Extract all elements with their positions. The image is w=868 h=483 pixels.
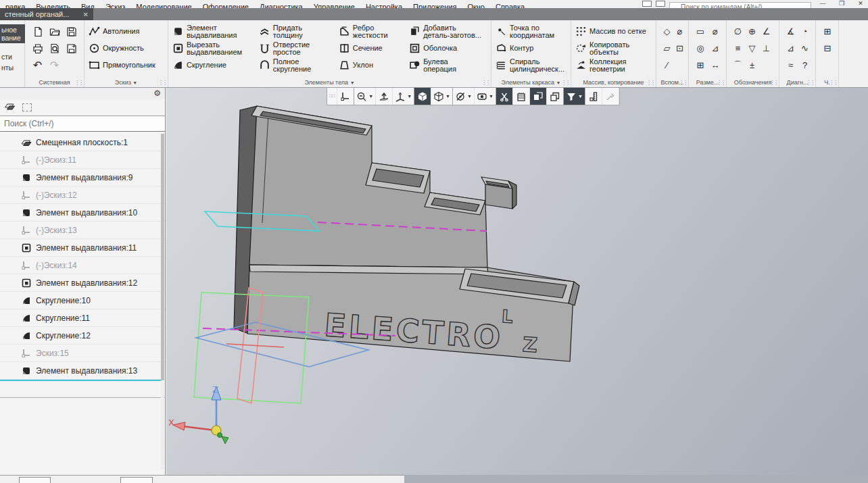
tool-icon[interactable]: ∅ <box>734 27 742 36</box>
tool-icon[interactable]: ∿ <box>801 44 809 53</box>
workspace-tab-active[interactable]: ьное вание <box>0 24 25 43</box>
tree-item-extrude[interactable]: Элемент выдавливания:10 <box>0 204 165 222</box>
new-document-button[interactable] <box>30 24 45 39</box>
tool-icon[interactable]: ▽ <box>749 44 756 53</box>
chevron-down-icon[interactable]: ▼ <box>350 80 355 85</box>
rectangle-button[interactable]: Прямоугольник <box>89 57 164 74</box>
menu-item[interactable]: Эскиз <box>100 1 130 8</box>
tree-item-sketch[interactable]: Эскиз:15 <box>0 345 165 362</box>
chevron-down-icon[interactable]: ▼ <box>489 94 493 99</box>
boolean-operation-button[interactable]: Булева операция <box>409 57 487 74</box>
tool-icon[interactable]: ⌀ <box>677 27 683 36</box>
group-grip-icon[interactable]: ⋮⋮ <box>74 80 82 86</box>
tree-item-extrude-cut[interactable]: Элемент выдавливания:11 <box>0 239 165 257</box>
grid-array-button[interactable]: Массив по сетке <box>575 23 652 40</box>
command-search-input[interactable] <box>669 2 811 9</box>
tree-scrollbar[interactable] <box>161 134 164 469</box>
print-preview-button[interactable] <box>47 41 62 56</box>
draft-button[interactable]: Уклон <box>339 57 402 74</box>
chevron-down-icon[interactable]: ▼ <box>445 94 450 99</box>
group-grip-icon[interactable]: ⋮⋮ <box>679 80 687 86</box>
chevron-down-icon[interactable]: ▼ <box>368 94 373 99</box>
tool-icon[interactable]: ∡ <box>787 27 795 36</box>
maximize-button[interactable]: ❒ <box>834 0 849 7</box>
toolbar-grip[interactable]: ∷∷ <box>327 88 337 105</box>
tool-icon[interactable]: ↔ <box>711 61 720 70</box>
scrollbar-thumb[interactable] <box>161 134 164 380</box>
menu-item[interactable]: Выделить <box>30 1 76 8</box>
menu-item[interactable]: Приложения <box>408 1 462 8</box>
tool-icon[interactable]: ⊕ <box>748 27 756 36</box>
tool-icon[interactable]: ◔ <box>802 27 808 36</box>
circle-button[interactable]: Окружность <box>89 40 164 57</box>
geometry-collection-button[interactable]: Коллекция геометрии <box>575 57 652 74</box>
viewport-3d[interactable]: ELECTRO L Z X Z ∷∷ ▼ ▼ <box>166 88 868 475</box>
undo-button[interactable]: ↶ <box>30 57 45 73</box>
simple-hole-button[interactable]: Отверстие простое <box>259 40 332 57</box>
group-grip-icon[interactable]: ⋮⋮ <box>806 80 814 86</box>
add-stock-part-button[interactable]: Добавить деталь-заготов... <box>409 23 487 40</box>
eyedropper-button[interactable] <box>602 88 619 105</box>
tree-item-fillet[interactable]: Скругление:11 <box>0 309 165 327</box>
redo-button[interactable]: ↷ <box>47 57 62 73</box>
shell-button[interactable]: Оболочка <box>409 40 487 57</box>
open-document-button[interactable] <box>47 24 62 39</box>
thicken-button[interactable]: Придать толщину <box>259 23 332 40</box>
menu-item[interactable]: Окно <box>462 1 490 8</box>
menu-item[interactable]: Оформление <box>197 1 254 8</box>
chevron-down-icon[interactable]: ▼ <box>407 94 412 99</box>
tool-icon[interactable]: ≡ <box>736 44 741 53</box>
zoom-tool-button[interactable]: ▼ <box>354 88 376 105</box>
menu-item[interactable]: Справка <box>490 1 530 8</box>
gear-icon[interactable]: ⚙ <box>153 88 161 98</box>
tool-icon[interactable]: ⌒ <box>733 61 742 70</box>
contour-button[interactable]: Контур <box>496 40 567 57</box>
tool-icon[interactable]: ? <box>802 61 807 70</box>
tree-item-extrude[interactable]: Элемент выдавливания:13 <box>0 362 165 380</box>
point-by-coordinates-button[interactable]: Точка по координатам <box>496 23 567 40</box>
tree-item-sketch[interactable]: (-)Эскиз:14 <box>0 257 165 274</box>
rib-button[interactable]: Ребро жесткости <box>339 23 402 40</box>
tool-icon[interactable]: ⌀ <box>713 27 718 36</box>
tree-view-icon[interactable] <box>4 101 16 114</box>
menu-item[interactable]: Диагностика <box>254 1 308 8</box>
menu-item[interactable]: Моделирование <box>130 1 197 8</box>
tree-item-sketch[interactable]: (-)Эскиз:12 <box>0 186 165 204</box>
group-grip-icon[interactable]: ⋮⋮ <box>158 80 166 86</box>
section-button[interactable]: Сечение <box>339 40 402 57</box>
minimize-button[interactable]: — <box>815 0 830 7</box>
tool-icon[interactable]: ± <box>750 61 754 70</box>
hide-objects-button[interactable]: ▼ <box>453 88 475 105</box>
tree-item-fillet[interactable]: Скругление:10 <box>0 292 165 309</box>
workspace-tab[interactable]: нты <box>1 63 14 72</box>
sketch-mode-button[interactable] <box>337 88 354 105</box>
group-grip-icon[interactable]: ⋮⋮ <box>717 80 725 86</box>
tool-icon[interactable]: ⊥ <box>763 44 770 53</box>
measure-button[interactable] <box>585 88 602 105</box>
menu-item[interactable]: Управление <box>308 1 360 8</box>
window-layout-icon[interactable] <box>656 1 665 7</box>
tool-icon[interactable]: ▭ <box>696 27 704 36</box>
orient-up-button[interactable] <box>376 88 393 105</box>
save-as-button[interactable] <box>64 41 79 56</box>
tool-icon[interactable]: ∠ <box>763 27 771 36</box>
tree-item-sketch[interactable]: (-)Эскиз:13 <box>0 222 165 239</box>
clip-section-button[interactable] <box>496 88 513 105</box>
tree-item-fillet[interactable]: Скругление:12 <box>0 327 165 345</box>
tool-icon[interactable]: ⊿ <box>787 44 794 53</box>
workspace-tab[interactable]: сти <box>1 53 12 61</box>
autoline-button[interactable]: Автолиния <box>89 23 164 40</box>
visibility-button[interactable]: ▼ <box>475 88 496 105</box>
selection-area-icon[interactable] <box>22 103 32 111</box>
mask-objects-button[interactable] <box>530 88 547 105</box>
group-grip-icon[interactable]: ⋮⋮ <box>481 80 489 86</box>
full-fillet-button[interactable]: Полное скругление <box>259 57 332 74</box>
print-button[interactable] <box>30 41 45 56</box>
tree-item-extrude[interactable]: Элемент выдавливания:9 <box>0 169 165 186</box>
shaded-view-button[interactable] <box>414 88 431 105</box>
group-grip-icon[interactable]: ⋮⋮ <box>646 80 654 86</box>
tool-icon[interactable]: ▱ <box>664 44 671 53</box>
menu-item[interactable]: Вид <box>76 1 100 8</box>
tool-icon[interactable]: ⊟ <box>824 44 831 53</box>
cylindrical-spiral-button[interactable]: Спираль цилиндрическ... <box>496 57 567 74</box>
